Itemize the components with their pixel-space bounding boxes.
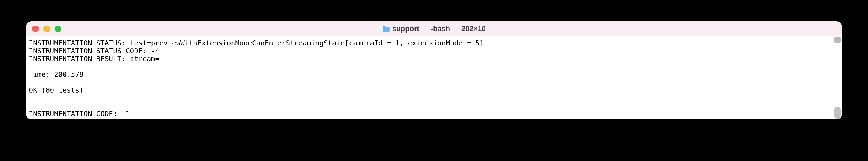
terminal-output: INSTRUMENTATION_STATUS: test=previewWith… (29, 39, 839, 118)
close-button[interactable] (32, 26, 39, 32)
terminal-body[interactable]: INSTRUMENTATION_STATUS: test=previewWith… (26, 36, 842, 119)
scrollbar-track[interactable] (834, 36, 842, 119)
minimize-button[interactable] (43, 26, 50, 32)
scrollbar-top-indicator (834, 37, 841, 43)
window-title: support — -bash — 202×10 (392, 24, 486, 33)
traffic-lights (26, 26, 61, 32)
titlebar[interactable]: support — -bash — 202×10 (26, 21, 842, 36)
folder-icon (382, 26, 390, 32)
window-title-container: support — -bash — 202×10 (382, 24, 486, 33)
scrollbar-thumb[interactable] (834, 107, 841, 119)
zoom-button[interactable] (55, 26, 61, 32)
terminal-window: support — -bash — 202×10 INSTRUMENTATION… (26, 21, 842, 119)
